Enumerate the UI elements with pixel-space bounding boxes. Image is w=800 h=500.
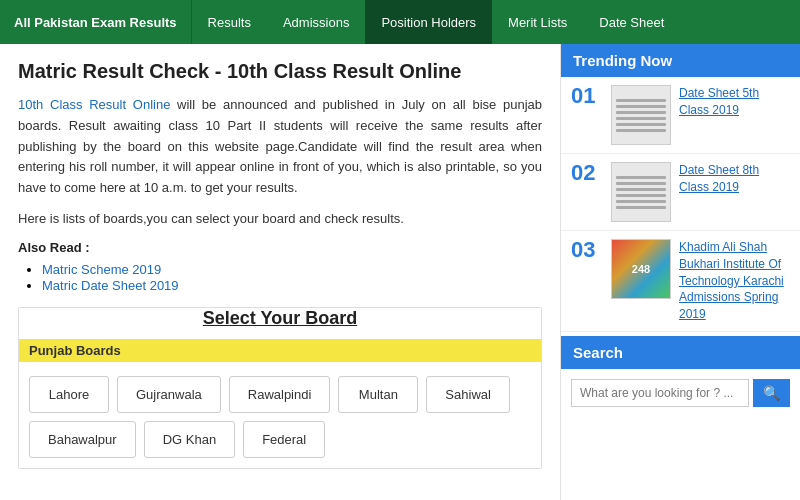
board-grid: Lahore Gujranwala Rawalpindi Multan Sahi… bbox=[19, 370, 541, 468]
nav-item-merit-lists[interactable]: Merit Lists bbox=[492, 0, 583, 44]
trending-num-1: 01 bbox=[571, 85, 603, 107]
nav-items-container: Results Admissions Position Holders Meri… bbox=[192, 0, 681, 44]
trending-link-3[interactable]: Khadim Ali Shah Bukhari Institute Of Tec… bbox=[679, 239, 790, 323]
main-layout: Matric Result Check - 10th Class Result … bbox=[0, 44, 800, 500]
also-read-list: Matric Scheme 2019 Matric Date Sheet 201… bbox=[18, 261, 542, 293]
board-section-title: Select Your Board bbox=[19, 308, 541, 329]
board-btn-multan[interactable]: Multan bbox=[338, 376, 418, 413]
board-btn-federal[interactable]: Federal bbox=[243, 421, 325, 458]
nav-item-position-holders[interactable]: Position Holders bbox=[365, 0, 492, 44]
trending-thumb-3: 248 bbox=[611, 239, 671, 299]
board-btn-dg-khan[interactable]: DG Khan bbox=[144, 421, 235, 458]
search-header: Search bbox=[561, 336, 800, 369]
trending-item-3: 03 248 Khadim Ali Shah Bukhari Institute… bbox=[561, 231, 800, 332]
board-group-label: Punjab Boards bbox=[19, 339, 541, 362]
trending-item-1: 01 Date Sheet 5th Class 2019 bbox=[561, 77, 800, 154]
also-read-item-1: Matric Scheme 2019 bbox=[42, 261, 542, 277]
board-section: Select Your Board Punjab Boards Lahore G… bbox=[18, 307, 542, 469]
board-btn-rawalpindi[interactable]: Rawalpindi bbox=[229, 376, 331, 413]
trending-num-2: 02 bbox=[571, 162, 603, 184]
board-btn-lahore[interactable]: Lahore bbox=[29, 376, 109, 413]
board-btn-sahiwal[interactable]: Sahiwal bbox=[426, 376, 510, 413]
search-box: 🔍 bbox=[561, 369, 800, 417]
board-btn-gujranwala[interactable]: Gujranwala bbox=[117, 376, 221, 413]
trending-link-2[interactable]: Date Sheet 8th Class 2019 bbox=[679, 162, 790, 196]
also-read-label: Also Read : bbox=[18, 240, 542, 255]
inline-link-10th[interactable]: 10th Class Result Online bbox=[18, 97, 170, 112]
trending-item-2: 02 Date Sheet 8th Class 2019 bbox=[561, 154, 800, 231]
trending-thumb-2 bbox=[611, 162, 671, 222]
board-btn-bahawalpur[interactable]: Bahawalpur bbox=[29, 421, 136, 458]
nav-item-results[interactable]: Results bbox=[192, 0, 267, 44]
search-button[interactable]: 🔍 bbox=[753, 379, 790, 407]
nav-item-date-sheet[interactable]: Date Sheet bbox=[583, 0, 680, 44]
also-read-link-1[interactable]: Matric Scheme 2019 bbox=[42, 262, 161, 277]
also-read-link-2[interactable]: Matric Date Sheet 2019 bbox=[42, 278, 179, 293]
trending-link-1[interactable]: Date Sheet 5th Class 2019 bbox=[679, 85, 790, 119]
trending-header: Trending Now bbox=[561, 44, 800, 77]
article-paragraph: 10th Class Result Online will be announc… bbox=[18, 95, 542, 199]
sidebar: Trending Now 01 Date Sheet 5th Class 201… bbox=[560, 44, 800, 500]
content-area: Matric Result Check - 10th Class Result … bbox=[0, 44, 560, 500]
top-navigation: All Pakistan Exam Results Results Admiss… bbox=[0, 0, 800, 44]
page-title: Matric Result Check - 10th Class Result … bbox=[18, 60, 542, 83]
boards-intro-text: Here is lists of boards,you can select y… bbox=[18, 209, 542, 230]
nav-brand: All Pakistan Exam Results bbox=[0, 0, 192, 44]
trending-num-3: 03 bbox=[571, 239, 603, 261]
search-input[interactable] bbox=[571, 379, 749, 407]
also-read-item-2: Matric Date Sheet 2019 bbox=[42, 277, 542, 293]
nav-item-admissions[interactable]: Admissions bbox=[267, 0, 365, 44]
trending-thumb-1 bbox=[611, 85, 671, 145]
